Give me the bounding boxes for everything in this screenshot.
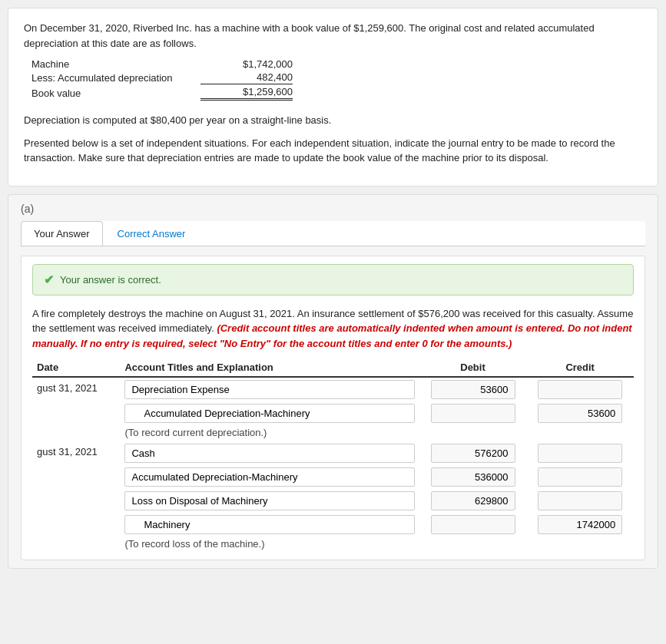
less-row: Less: Accumulated depreciation 482,400 xyxy=(31,71,642,84)
entry2-credit4-input[interactable] xyxy=(538,515,622,534)
table-row: gust 31, 2021 xyxy=(32,377,634,401)
entry2-date: gust 31, 2021 xyxy=(32,441,120,537)
entry1-debit2-cell xyxy=(419,401,527,425)
correct-banner: ✔ Your answer is correct. xyxy=(32,264,634,296)
entry1-account1-cell xyxy=(120,377,419,401)
entry2-account2-input[interactable] xyxy=(124,467,414,487)
instructions: Presented below is a set of independent … xyxy=(24,136,642,166)
entry2-debit4-input[interactable] xyxy=(431,515,515,534)
entry1-credit2-cell xyxy=(526,401,634,425)
header-debit: Debit xyxy=(419,358,527,377)
entry2-debit1-cell xyxy=(419,441,527,466)
table-row xyxy=(32,465,634,489)
table-row: gust 31, 2021 xyxy=(32,441,634,466)
entry1-account2-cell xyxy=(120,401,419,425)
entry2-debit2-input[interactable] xyxy=(431,467,515,487)
entry2-credit4-cell xyxy=(526,513,634,537)
header-date: Date xyxy=(32,358,120,377)
machine-amount: $1,742,000 xyxy=(200,58,293,70)
entry2-note-row: (To record loss of the machine.) xyxy=(32,537,634,552)
entry2-debit2-cell xyxy=(419,465,527,489)
entry2-account1-input[interactable] xyxy=(124,444,414,463)
entry1-credit1-cell xyxy=(526,377,634,401)
tab-your-answer[interactable]: Your Answer xyxy=(21,221,103,246)
machine-row: Machine $1,742,000 xyxy=(31,58,642,70)
journal-table: Date Account Titles and Explanation Debi… xyxy=(32,358,634,552)
entry1-note: (To record current depreciation.) xyxy=(120,425,634,441)
entry2-debit3-input[interactable] xyxy=(431,491,515,510)
depreciation-note: Depreciation is computed at $80,400 per … xyxy=(24,113,642,128)
entry1-debit2-input[interactable] xyxy=(431,404,515,423)
entry2-credit3-cell xyxy=(526,489,634,513)
part-label: (a) xyxy=(21,203,645,215)
entry1-note-row: (To record current depreciation.) xyxy=(32,425,634,441)
table-row xyxy=(32,489,634,513)
answer-tabs: Your Answer Correct Answer xyxy=(21,221,645,246)
entry2-credit2-cell xyxy=(526,465,634,489)
entry2-account1-cell xyxy=(120,441,419,466)
tab-correct-answer[interactable]: Correct Answer xyxy=(104,221,199,246)
entry2-credit1-input[interactable] xyxy=(538,444,622,463)
entry2-account4-cell xyxy=(120,513,419,537)
less-amount: 482,400 xyxy=(200,71,293,84)
problem-intro: On December 31, 2020, Riverbed Inc. has … xyxy=(24,21,642,51)
entry2-debit3-cell xyxy=(419,489,527,513)
checkmark-icon: ✔ xyxy=(44,272,54,287)
question-section: (a) Your Answer Correct Answer ✔ Your an… xyxy=(8,194,658,570)
answer-content: ✔ Your answer is correct. A fire complet… xyxy=(21,256,645,561)
entry1-date: gust 31, 2021 xyxy=(32,377,120,425)
machine-label: Machine xyxy=(31,58,200,70)
less-label: Less: Accumulated depreciation xyxy=(31,72,200,84)
header-credit: Credit xyxy=(526,358,634,377)
scenario-text: A fire completely destroys the machine o… xyxy=(32,306,634,352)
entry2-credit1-cell xyxy=(526,441,634,466)
entry2-account2-cell xyxy=(120,465,419,489)
entry2-credit3-input[interactable] xyxy=(538,491,622,510)
header-account: Account Titles and Explanation xyxy=(120,358,419,377)
table-header-row: Date Account Titles and Explanation Debi… xyxy=(32,358,634,377)
entry1-debit1-input[interactable] xyxy=(431,380,515,399)
balance-table: Machine $1,742,000 Less: Accumulated dep… xyxy=(31,58,642,101)
correct-banner-text: Your answer is correct. xyxy=(60,274,161,286)
table-row xyxy=(32,513,634,537)
entry2-debit1-input[interactable] xyxy=(431,444,515,463)
entry2-account3-input[interactable] xyxy=(124,491,414,510)
entry2-account3-cell xyxy=(120,489,419,513)
entry2-account4-input[interactable] xyxy=(124,515,414,534)
entry1-account1-input[interactable] xyxy=(124,380,414,399)
bookvalue-row: Book value $1,259,600 xyxy=(31,86,642,101)
problem-section: On December 31, 2020, Riverbed Inc. has … xyxy=(8,8,658,187)
entry1-account2-input[interactable] xyxy=(124,404,414,423)
entry1-credit1-input[interactable] xyxy=(538,380,622,399)
entry2-credit2-input[interactable] xyxy=(538,467,622,487)
entry2-debit4-cell xyxy=(419,513,527,537)
bookvalue-label: Book value xyxy=(31,88,200,99)
table-row xyxy=(32,401,634,425)
entry1-debit1-cell xyxy=(419,377,527,401)
entry1-credit2-input[interactable] xyxy=(538,404,622,423)
entry2-note: (To record loss of the machine.) xyxy=(120,537,634,552)
bookvalue-amount: $1,259,600 xyxy=(200,86,293,101)
